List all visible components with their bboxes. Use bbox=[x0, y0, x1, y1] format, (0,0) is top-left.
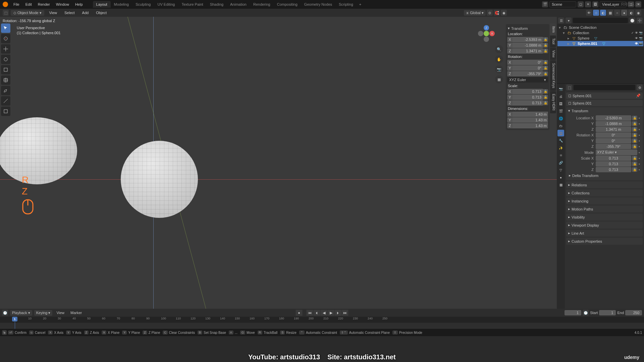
lock-icon[interactable]: 🔓 bbox=[632, 138, 637, 143]
location-y-field[interactable]: -1.0888 m bbox=[513, 43, 543, 48]
new-scene-icon[interactable]: ◻ bbox=[578, 1, 584, 7]
keyframe-icon[interactable]: • bbox=[638, 116, 641, 120]
proportional-icon[interactable]: ◉ bbox=[501, 10, 507, 16]
prop-rot-x[interactable]: 0° bbox=[596, 132, 631, 138]
tab-layout[interactable]: Layout bbox=[93, 1, 111, 8]
ptab-constraints[interactable]: 🔗 bbox=[557, 159, 564, 166]
ptab-viewlayer[interactable]: 🖼 bbox=[557, 100, 564, 107]
ptab-particles[interactable]: ✨ bbox=[557, 144, 564, 151]
editor-type-icon[interactable]: 🕐 bbox=[2, 310, 8, 316]
axis-y-icon[interactable] bbox=[484, 31, 489, 36]
lock-icon[interactable]: 🔓 bbox=[632, 162, 637, 166]
pin-icon[interactable]: 📌 bbox=[636, 94, 641, 98]
orientation-select[interactable]: ⚹ Global ▾ bbox=[464, 10, 486, 16]
expand-icon[interactable]: ▸ bbox=[567, 42, 570, 46]
playhead[interactable]: 1 bbox=[15, 317, 15, 329]
ptab-material[interactable]: ● bbox=[557, 174, 564, 181]
tab-texture-paint[interactable]: Texture Paint bbox=[178, 1, 206, 8]
menu-select[interactable]: Select bbox=[62, 10, 77, 15]
prop-scale-x[interactable]: 0.713 bbox=[596, 156, 631, 161]
shade-material-icon[interactable]: ◐ bbox=[628, 10, 634, 16]
prop-rot-y[interactable]: 0° bbox=[596, 138, 631, 143]
end-frame-field[interactable]: 250 bbox=[625, 310, 642, 315]
tab-compositing[interactable]: Compositing bbox=[274, 1, 301, 8]
scene-field[interactable]: Scene bbox=[549, 1, 576, 7]
tool-measure[interactable] bbox=[1, 96, 10, 106]
outliner-type-icon[interactable]: ☰ bbox=[558, 17, 564, 23]
pan-icon[interactable]: ✋ bbox=[495, 55, 503, 63]
tool-scale[interactable] bbox=[1, 65, 10, 74]
jump-start-icon[interactable]: ⏮ bbox=[307, 310, 313, 316]
axis-z-icon[interactable]: Z bbox=[484, 25, 489, 31]
ptab-collection[interactable]: 🗀 bbox=[557, 122, 564, 129]
panel-instancing[interactable]: ▸Instancing bbox=[566, 197, 643, 204]
overlays-icon[interactable]: ◐ bbox=[600, 10, 606, 16]
panel-delta-transform[interactable]: ▸Delta Transform bbox=[568, 173, 641, 178]
menu-view[interactable]: View bbox=[46, 10, 60, 15]
tool-cursor[interactable] bbox=[1, 34, 10, 43]
panel-viewport-display[interactable]: ▸Viewport Display bbox=[566, 222, 643, 229]
lock-icon[interactable]: 🔓 bbox=[632, 167, 637, 172]
tab-rendering[interactable]: Rendering bbox=[250, 1, 274, 8]
editor-type-icon[interactable]: ⬚ bbox=[566, 84, 572, 90]
keyframe-icon[interactable]: • bbox=[638, 162, 641, 166]
lock-icon[interactable]: 🔓 bbox=[543, 71, 548, 76]
location-x-field[interactable]: -2.5393 m bbox=[513, 37, 543, 42]
rotation-mode-select[interactable]: XYZ Euler ▾ bbox=[507, 77, 548, 82]
breadcrumb-data[interactable]: ◻ Sphere.001 bbox=[566, 100, 643, 106]
ptab-texture[interactable]: ▦ bbox=[557, 181, 564, 188]
xray-icon[interactable]: ▦ bbox=[607, 10, 613, 16]
rotation-z-field[interactable]: -355.79° bbox=[513, 71, 543, 76]
menu-object[interactable]: Object bbox=[93, 10, 109, 15]
ntab-view[interactable]: View bbox=[550, 48, 556, 60]
scale-x-field[interactable]: 0.713 bbox=[513, 89, 543, 94]
lock-icon[interactable]: 🔓 bbox=[543, 49, 548, 53]
playback-dropdown[interactable]: Playback ▾ bbox=[10, 310, 32, 316]
ptab-data[interactable]: ▽ bbox=[557, 167, 564, 173]
lock-icon[interactable]: 🔓 bbox=[543, 60, 548, 65]
ptab-render[interactable]: 📷 bbox=[557, 85, 564, 92]
ptab-object[interactable]: ◻ bbox=[557, 130, 564, 136]
ptab-output[interactable]: 🖨 bbox=[557, 93, 564, 100]
current-frame-field[interactable]: 1 bbox=[565, 310, 581, 315]
jump-end-icon[interactable]: ⏭ bbox=[342, 310, 348, 316]
keyframe-icon[interactable]: • bbox=[638, 144, 641, 148]
lock-icon[interactable]: 🔓 bbox=[632, 121, 637, 126]
lock-icon[interactable]: 🔓 bbox=[632, 127, 637, 132]
panel-visibility[interactable]: ▸Visibility bbox=[566, 214, 643, 221]
menu-window[interactable]: Window bbox=[53, 1, 72, 7]
panel-transform-header[interactable]: ▾Transform bbox=[566, 107, 643, 114]
mode-select[interactable]: ◇ Object Mode ▾ bbox=[11, 10, 44, 16]
ntab-tool[interactable]: Tool bbox=[550, 36, 556, 47]
tab-animation[interactable]: Animation bbox=[227, 1, 250, 8]
collapse-icon[interactable]: ▾ bbox=[562, 31, 566, 35]
lock-icon[interactable]: 🔓 bbox=[543, 95, 548, 100]
del-scene-icon[interactable]: ✕ bbox=[585, 1, 591, 7]
tree-row-sphere001[interactable]: ▸ ▽ Sphere.001 ▽ 👁📷 bbox=[557, 41, 643, 46]
keyframe-icon[interactable]: • bbox=[638, 127, 641, 131]
clock-icon[interactable]: 🕐 bbox=[583, 310, 589, 316]
dim-y-field[interactable]: 1.43 m bbox=[513, 117, 548, 123]
tool-annotate[interactable] bbox=[1, 86, 10, 95]
shade-rendered-icon[interactable]: ◉ bbox=[635, 10, 641, 16]
menu-render[interactable]: Render bbox=[35, 1, 53, 7]
dim-z-field[interactable]: 1.43 m bbox=[513, 123, 548, 128]
n-panel-header[interactable]: ▾Transform bbox=[507, 25, 548, 31]
axis-x-icon[interactable]: X bbox=[489, 31, 495, 36]
panel-line-art[interactable]: ▸Line Art bbox=[566, 230, 643, 237]
prop-loc-z[interactable]: 1.3471 m bbox=[596, 127, 631, 132]
keyframe-icon[interactable]: • bbox=[638, 168, 641, 172]
camera-icon[interactable]: 📷 bbox=[495, 65, 503, 73]
viewport-3d[interactable]: Rotation: -156.79 along global Z User Pe… bbox=[0, 17, 557, 309]
properties-search-input[interactable] bbox=[574, 85, 635, 90]
eye-icon[interactable]: 👁 bbox=[635, 31, 638, 35]
panel-collections[interactable]: ▸Collections bbox=[566, 189, 643, 196]
prev-key-icon[interactable]: ⏴ bbox=[314, 310, 320, 316]
mode-select[interactable]: XYZ Euler ▾ bbox=[596, 149, 637, 155]
lock-icon[interactable]: 🔓 bbox=[543, 43, 548, 48]
lock-icon[interactable]: 🔓 bbox=[632, 116, 637, 120]
collapse-icon[interactable]: ▾ bbox=[558, 25, 561, 30]
menu-add[interactable]: Add bbox=[79, 10, 92, 15]
scale-z-field[interactable]: 0.713 bbox=[513, 100, 543, 106]
tab-uv-editing[interactable]: UV Editing bbox=[154, 1, 178, 8]
